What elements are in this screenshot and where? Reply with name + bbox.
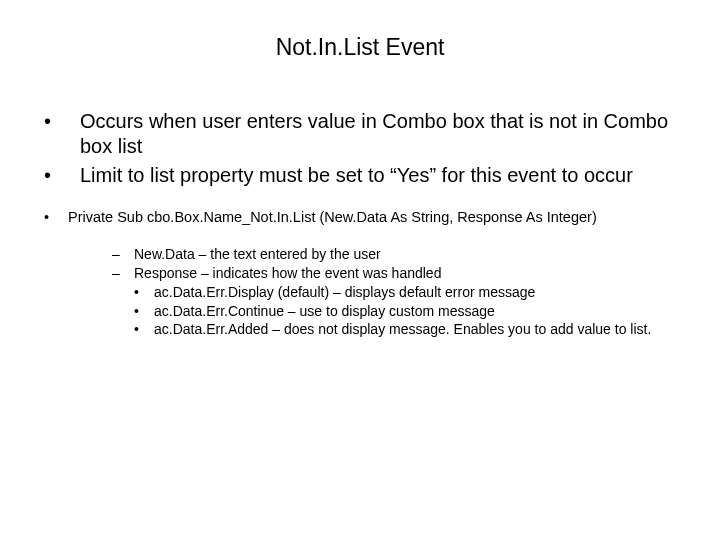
bullet-icon: • xyxy=(134,320,154,339)
bullet-icon: • xyxy=(44,208,68,227)
bullet-icon: • xyxy=(134,302,154,321)
nested-list: – New.Data – the text entered by the use… xyxy=(20,245,700,339)
dash-icon: – xyxy=(112,264,134,283)
bullet-icon: • xyxy=(44,109,80,159)
bullet-text: New.Data – the text entered by the user xyxy=(134,245,381,264)
bullet-text: Limit to list property must be set to “Y… xyxy=(80,163,633,188)
list-item: • ac.Data.Err.Display (default) – displa… xyxy=(90,283,700,302)
bullet-icon: • xyxy=(44,163,80,188)
list-item: – New.Data – the text entered by the use… xyxy=(90,245,700,264)
list-item: • Occurs when user enters value in Combo… xyxy=(20,109,700,159)
bullet-text: Occurs when user enters value in Combo b… xyxy=(80,109,700,159)
bullet-text: Private Sub cbo.Box.Name_Not.In.List (Ne… xyxy=(68,208,597,227)
slide-title: Not.In.List Event xyxy=(20,34,700,61)
list-item: • Limit to list property must be set to … xyxy=(20,163,700,188)
bullet-text: ac.Data.Err.Added – does not display mes… xyxy=(154,320,651,339)
dash-icon: – xyxy=(112,245,134,264)
list-item: – Response – indicates how the event was… xyxy=(90,264,700,283)
list-item: • Private Sub cbo.Box.Name_Not.In.List (… xyxy=(20,208,700,227)
list-item: • ac.Data.Err.Added – does not display m… xyxy=(90,320,700,339)
bullet-text: Response – indicates how the event was h… xyxy=(134,264,441,283)
bullet-icon: • xyxy=(134,283,154,302)
list-item: • ac.Data.Err.Continue – use to display … xyxy=(90,302,700,321)
bullet-text: ac.Data.Err.Continue – use to display cu… xyxy=(154,302,495,321)
bullet-text: ac.Data.Err.Display (default) – displays… xyxy=(154,283,535,302)
